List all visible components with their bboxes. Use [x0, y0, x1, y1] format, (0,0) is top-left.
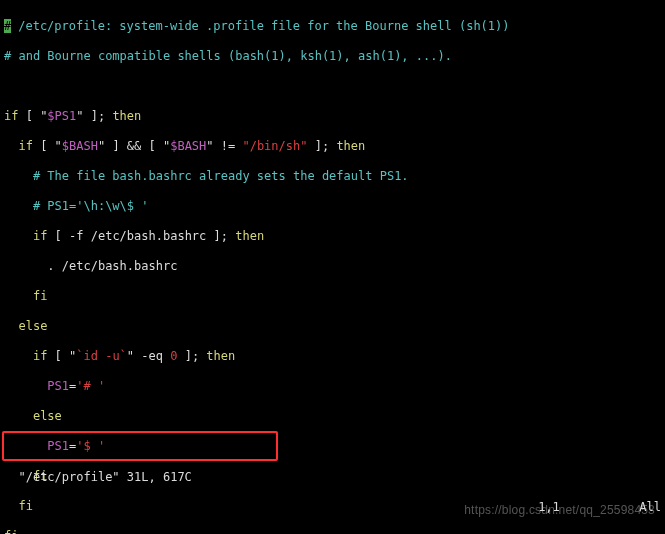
keyword-then: then: [112, 109, 141, 123]
variable: PS1: [47, 379, 69, 393]
comment: # PS1='\h:\w\$ ': [4, 199, 149, 213]
keyword-fi: fi: [33, 289, 47, 303]
status-file-info: "/etc/profile" 31L, 617C: [18, 470, 191, 484]
keyword-then: then: [336, 139, 365, 153]
comment: # and Bourne compatible shells (bash(1),…: [4, 49, 452, 63]
code-line: if [ "`id -u`" -eq 0 ]; then: [4, 349, 661, 364]
keyword-then: then: [206, 349, 235, 363]
keyword-if: if: [33, 349, 47, 363]
vim-status-bar: "/etc/profile" 31L, 617C 1,1 All: [4, 455, 661, 530]
comment: /etc/profile: system-wide .profile file …: [11, 19, 510, 33]
keyword-if: if: [33, 229, 47, 243]
variable: PS1: [47, 439, 69, 453]
code-line: else: [4, 409, 661, 424]
code-line: PS1='# ': [4, 379, 661, 394]
code-line: # and Bourne compatible shells (bash(1),…: [4, 49, 661, 64]
code-line: else: [4, 319, 661, 334]
keyword-if: if: [4, 109, 18, 123]
code-line: # The file bash.bashrc already sets the …: [4, 169, 661, 184]
comment: # The file bash.bashrc already sets the …: [4, 169, 409, 183]
variable: $BASH: [62, 139, 98, 153]
keyword-if: if: [18, 139, 32, 153]
string: '$ ': [76, 439, 105, 453]
code-line: fi: [4, 289, 661, 304]
variable: $PS1: [47, 109, 76, 123]
code-line: if [ "$BASH" ] && [ "$BASH" != "/bin/sh"…: [4, 139, 661, 154]
code-line: PS1='$ ': [4, 439, 661, 454]
status-cursor-pos: 1,1: [538, 500, 560, 514]
code-line: # PS1='\h:\w\$ ': [4, 199, 661, 214]
keyword-else: else: [18, 319, 47, 333]
keyword-else: else: [33, 409, 62, 423]
code-line: if [ "$PS1" ]; then: [4, 109, 661, 124]
code-line: if [ -f /etc/bash.bashrc ]; then: [4, 229, 661, 244]
variable: $BASH: [170, 139, 206, 153]
string: '# ': [76, 379, 105, 393]
blank-line: [4, 79, 661, 94]
backtick: `id -u`: [76, 349, 127, 363]
cursor: #: [4, 19, 11, 33]
status-scroll-pct: All: [639, 500, 661, 514]
keyword-then: then: [235, 229, 264, 243]
string: "/bin/sh": [242, 139, 307, 153]
code-line: . /etc/bash.bashrc: [4, 259, 661, 274]
code-line: # /etc/profile: system-wide .profile fil…: [4, 19, 661, 34]
editor-viewport[interactable]: # /etc/profile: system-wide .profile fil…: [0, 0, 665, 534]
